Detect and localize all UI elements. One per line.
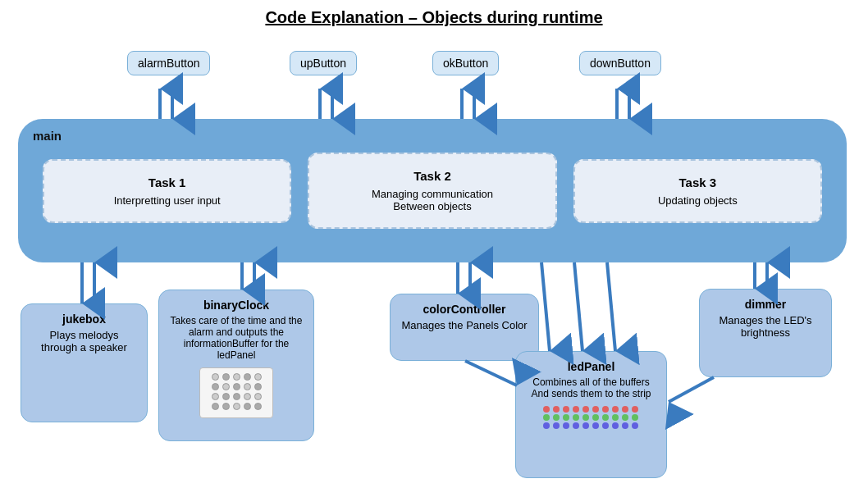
colorcontroller-box: colorController Manages the Panels Color <box>390 294 539 361</box>
main-label: main <box>33 129 62 143</box>
main-container: main Task 1 Interpretting user input Tas… <box>18 119 847 262</box>
ledpanel-title: ledPanel <box>526 360 656 373</box>
task2-desc: Managing communicationBetween objects <box>318 188 546 212</box>
colorcontroller-title: colorController <box>400 303 528 316</box>
clock-display <box>199 367 273 418</box>
led-grid <box>543 406 640 429</box>
dimmer-desc: Manages the LED'sbrightness <box>710 314 821 339</box>
task3-desc: Updating objects <box>583 194 812 207</box>
dimmer-box: dimmer Manages the LED'sbrightness <box>699 289 832 377</box>
binaryclock-title: binaryClock <box>169 299 304 312</box>
binaryclock-box: binaryClock Takes care of the time and t… <box>158 290 314 441</box>
binaryclock-desc: Takes care of the time and the alarm and… <box>169 315 304 361</box>
dimmer-title: dimmer <box>710 298 821 311</box>
task1-desc: Interpretting user input <box>53 194 281 207</box>
ledpanel-desc: Combines all of the buffersAnd sends the… <box>526 376 656 399</box>
alarm-button-box: alarmButton <box>127 51 210 75</box>
arrow-color-ledpanel <box>465 361 517 385</box>
jukebox-title: jukebox <box>31 312 137 326</box>
jukebox-desc: Plays melodys through a speaker <box>31 329 137 353</box>
diagram-container: Code Explanation – Objects during runtim… <box>0 0 868 488</box>
task1-box: Task 1 Interpretting user input <box>43 159 291 223</box>
colorcontroller-desc: Manages the Panels Color <box>400 319 528 331</box>
jukebox-box: jukebox Plays melodys through a speaker <box>21 303 148 422</box>
arrow-dimmer-ledpanel <box>669 377 714 402</box>
task1-title: Task 1 <box>53 176 281 189</box>
arrow-task2-ledpanel-1 <box>541 262 550 351</box>
task3-title: Task 3 <box>583 176 812 189</box>
task3-box: Task 3 Updating objects <box>573 159 822 223</box>
task2-title: Task 2 <box>318 169 546 183</box>
down-button-box: downButton <box>579 51 661 75</box>
ok-button-box: okButton <box>432 51 499 75</box>
arrow-task2-ledpanel-2 <box>574 262 582 351</box>
task2-box: Task 2 Managing communicationBetween obj… <box>308 153 556 229</box>
ledpanel-box: ledPanel Combines all of the buffersAnd … <box>515 351 667 478</box>
up-button-box: upButton <box>290 51 357 75</box>
arrow-task2-ledpanel-3 <box>607 262 615 351</box>
page-title: Code Explanation – Objects during runtim… <box>0 0 868 35</box>
